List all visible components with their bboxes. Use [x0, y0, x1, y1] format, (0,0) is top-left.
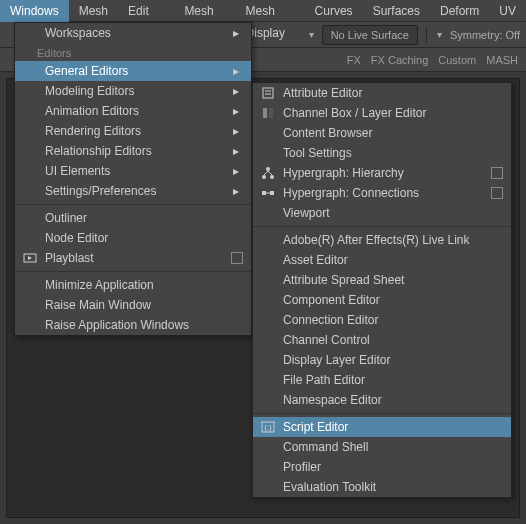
svg-marker-1: [28, 256, 32, 260]
chevron-right-icon: ▸: [229, 104, 243, 118]
menu-item-namespace-editor[interactable]: Namespace Editor: [253, 390, 511, 410]
menubar-item-uv[interactable]: UV: [489, 0, 526, 22]
svg-text:{;}: {;}: [264, 423, 272, 432]
menu-item-connection-editor[interactable]: Connection Editor: [253, 310, 511, 330]
menubar-item-edit-mesh[interactable]: Edit Mesh: [118, 0, 174, 22]
menu-item-label: Outliner: [45, 211, 243, 225]
menu-separator: [253, 413, 511, 414]
option-box[interactable]: [231, 252, 243, 264]
menu-item-label: Namespace Editor: [283, 393, 503, 407]
general-editors-submenu: Attribute EditorChannel Box / Layer Edit…: [252, 82, 512, 498]
svg-rect-2: [263, 88, 273, 98]
menubar-item-curves[interactable]: Curves: [305, 0, 363, 22]
svg-point-7: [266, 167, 270, 171]
channel-icon: [253, 106, 283, 120]
menu-item-hypergraph-connections[interactable]: Hypergraph: Connections: [253, 183, 511, 203]
menu-item-modeling-editors[interactable]: Modeling Editors▸: [15, 81, 251, 101]
menubar: WindowsMeshEdit MeshMesh ToolsMesh Displ…: [0, 0, 526, 22]
shelf-tab-mash[interactable]: MASH: [486, 54, 518, 66]
menu-item-node-editor[interactable]: Node Editor: [15, 228, 251, 248]
menu-item-component-editor[interactable]: Component Editor: [253, 290, 511, 310]
menu-item-raise-main-window[interactable]: Raise Main Window: [15, 295, 251, 315]
menu-item-label: Attribute Editor: [283, 86, 503, 100]
menubar-item-mesh[interactable]: Mesh: [69, 0, 118, 22]
menu-item-label: Tool Settings: [283, 146, 503, 160]
menubar-item-deform[interactable]: Deform: [430, 0, 489, 22]
menu-item-label: Evaluation Toolkit: [283, 480, 503, 494]
menu-item-animation-editors[interactable]: Animation Editors▸: [15, 101, 251, 121]
svg-line-11: [268, 171, 272, 175]
menu-item-command-shell[interactable]: Command Shell: [253, 437, 511, 457]
menu-item-tool-settings[interactable]: Tool Settings: [253, 143, 511, 163]
menu-item-label: Playblast: [45, 251, 225, 265]
shelf-tab-fx[interactable]: FX: [347, 54, 361, 66]
menu-item-label: Profiler: [283, 460, 503, 474]
shelf-tab-custom[interactable]: Custom: [438, 54, 476, 66]
menu-item-label: Component Editor: [283, 293, 503, 307]
menu-item-channel-control[interactable]: Channel Control: [253, 330, 511, 350]
menu-item-label: Hypergraph: Hierarchy: [283, 166, 485, 180]
menu-item-relationship-editors[interactable]: Relationship Editors▸: [15, 141, 251, 161]
menu-separator: [253, 226, 511, 227]
menu-item-file-path-editor[interactable]: File Path Editor: [253, 370, 511, 390]
menu-item-attribute-editor[interactable]: Attribute Editor: [253, 83, 511, 103]
svg-line-10: [264, 171, 268, 175]
menu-item-label: Relationship Editors: [45, 144, 229, 158]
menu-separator: [15, 204, 251, 205]
option-box[interactable]: [491, 167, 503, 179]
menu-item-adobe-r-after-effects-r-live-link[interactable]: Adobe(R) After Effects(R) Live Link: [253, 230, 511, 250]
menu-item-hypergraph-hierarchy[interactable]: Hypergraph: Hierarchy: [253, 163, 511, 183]
option-box[interactable]: [491, 187, 503, 199]
menu-item-asset-editor[interactable]: Asset Editor: [253, 250, 511, 270]
svg-rect-5: [263, 108, 267, 118]
menu-item-workspaces[interactable]: Workspaces▸: [15, 23, 251, 43]
menubar-item-mesh-display[interactable]: Mesh Display: [236, 0, 305, 22]
separator: [426, 27, 427, 43]
menu-item-settings-preferences[interactable]: Settings/Preferences▸: [15, 181, 251, 201]
chevron-right-icon: ▸: [229, 84, 243, 98]
menu-item-label: Minimize Application: [45, 278, 243, 292]
menu-item-viewport[interactable]: Viewport: [253, 203, 511, 223]
menu-item-playblast[interactable]: Playblast: [15, 248, 251, 268]
menu-item-label: Animation Editors: [45, 104, 229, 118]
attr-icon: [253, 86, 283, 100]
conn-icon: [253, 186, 283, 200]
hier-icon: [253, 166, 283, 180]
svg-rect-6: [269, 108, 273, 118]
menu-item-label: Asset Editor: [283, 253, 503, 267]
menu-item-attribute-spread-sheet[interactable]: Attribute Spread Sheet: [253, 270, 511, 290]
menu-item-label: Raise Application Windows: [45, 318, 243, 332]
menu-item-label: Content Browser: [283, 126, 503, 140]
menu-item-label: Display Layer Editor: [283, 353, 503, 367]
menu-item-profiler[interactable]: Profiler: [253, 457, 511, 477]
menu-item-channel-box-layer-editor[interactable]: Channel Box / Layer Editor: [253, 103, 511, 123]
menu-item-raise-application-windows[interactable]: Raise Application Windows: [15, 315, 251, 335]
menu-item-display-layer-editor[interactable]: Display Layer Editor: [253, 350, 511, 370]
menu-item-general-editors[interactable]: General Editors▸: [15, 61, 251, 81]
dropdown-icon[interactable]: ▾: [309, 29, 314, 40]
svg-rect-13: [270, 191, 274, 195]
menu-item-minimize-application[interactable]: Minimize Application: [15, 275, 251, 295]
menubar-item-windows[interactable]: Windows: [0, 0, 69, 22]
windows-menu: Workspaces▸EditorsGeneral Editors▸Modeli…: [14, 22, 252, 336]
menu-item-label: UI Elements: [45, 164, 229, 178]
menu-item-script-editor[interactable]: {;}Script Editor: [253, 417, 511, 437]
shelf-tab-fx-caching[interactable]: FX Caching: [371, 54, 428, 66]
menu-item-outliner[interactable]: Outliner: [15, 208, 251, 228]
symmetry-label[interactable]: Symmetry: Off: [450, 29, 520, 41]
menu-item-ui-elements[interactable]: UI Elements▸: [15, 161, 251, 181]
menu-item-evaluation-toolkit[interactable]: Evaluation Toolkit: [253, 477, 511, 497]
live-surface-chip[interactable]: No Live Surface: [322, 25, 418, 45]
menu-item-content-browser[interactable]: Content Browser: [253, 123, 511, 143]
menu-item-label: Viewport: [283, 206, 503, 220]
menu-item-label: Command Shell: [283, 440, 503, 454]
dropdown-icon[interactable]: ▾: [437, 29, 442, 40]
menu-item-label: Rendering Editors: [45, 124, 229, 138]
chevron-right-icon: ▸: [229, 64, 243, 78]
svg-point-9: [270, 175, 274, 179]
menu-item-label: Attribute Spread Sheet: [283, 273, 503, 287]
menubar-item-mesh-tools[interactable]: Mesh Tools: [174, 0, 235, 22]
menubar-item-surfaces[interactable]: Surfaces: [363, 0, 430, 22]
menu-item-label: File Path Editor: [283, 373, 503, 387]
menu-item-rendering-editors[interactable]: Rendering Editors▸: [15, 121, 251, 141]
